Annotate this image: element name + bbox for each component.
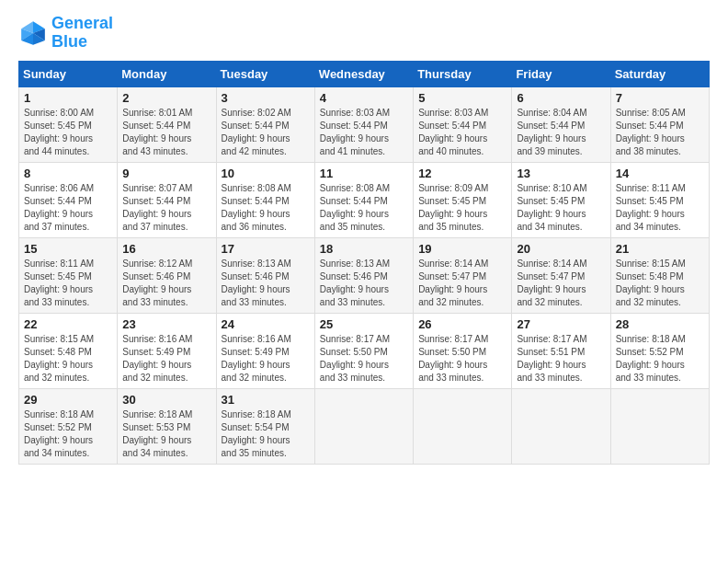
day-number: 15 — [24, 242, 112, 256]
cell-info: Sunrise: 8:06 AMSunset: 5:44 PMDaylight:… — [24, 182, 112, 234]
day-number: 31 — [222, 393, 310, 407]
day-cell: 1 Sunrise: 8:00 AMSunset: 5:45 PMDayligh… — [19, 86, 118, 162]
day-number: 29 — [24, 393, 112, 407]
cell-info: Sunrise: 8:18 AMSunset: 5:53 PMDaylight:… — [122, 408, 210, 460]
day-cell — [610, 388, 709, 464]
day-cell: 21 Sunrise: 8:15 AMSunset: 5:48 PMDaylig… — [610, 237, 709, 313]
cell-info: Sunrise: 8:09 AMSunset: 5:45 PMDaylight:… — [418, 182, 506, 234]
day-cell: 10 Sunrise: 8:08 AMSunset: 5:44 PMDaylig… — [216, 162, 314, 237]
week-row-2: 8 Sunrise: 8:06 AMSunset: 5:44 PMDayligh… — [19, 162, 710, 237]
cell-info: Sunrise: 8:12 AMSunset: 5:46 PMDaylight:… — [122, 258, 210, 309]
day-cell: 7 Sunrise: 8:05 AMSunset: 5:44 PMDayligh… — [610, 86, 709, 162]
cell-info: Sunrise: 8:03 AMSunset: 5:44 PMDaylight:… — [418, 107, 506, 158]
day-cell: 9 Sunrise: 8:07 AMSunset: 5:44 PMDayligh… — [118, 162, 216, 237]
day-number: 26 — [418, 317, 506, 331]
day-number: 24 — [222, 317, 310, 331]
week-row-5: 29 Sunrise: 8:18 AMSunset: 5:52 PMDaylig… — [19, 388, 710, 464]
cell-info: Sunrise: 8:05 AMSunset: 5:44 PMDaylight:… — [616, 107, 704, 158]
day-cell — [512, 388, 610, 464]
day-number: 8 — [24, 167, 112, 180]
logo-icon — [18, 18, 48, 48]
day-cell: 11 Sunrise: 8:08 AMSunset: 5:44 PMDaylig… — [314, 162, 413, 237]
day-cell: 22 Sunrise: 8:15 AMSunset: 5:48 PMDaylig… — [19, 313, 118, 388]
header-day-tuesday: Tuesday — [216, 61, 314, 86]
day-number: 10 — [222, 167, 310, 180]
day-number: 19 — [418, 242, 506, 256]
cell-info: Sunrise: 8:11 AMSunset: 5:45 PMDaylight:… — [24, 258, 112, 309]
cell-info: Sunrise: 8:15 AMSunset: 5:48 PMDaylight:… — [24, 333, 112, 385]
day-number: 12 — [418, 167, 506, 180]
cell-info: Sunrise: 8:17 AMSunset: 5:50 PMDaylight:… — [418, 333, 506, 385]
day-cell: 27 Sunrise: 8:17 AMSunset: 5:51 PMDaylig… — [512, 313, 610, 388]
cell-info: Sunrise: 8:17 AMSunset: 5:50 PMDaylight:… — [320, 333, 408, 385]
day-cell: 19 Sunrise: 8:14 AMSunset: 5:47 PMDaylig… — [414, 237, 512, 313]
cell-info: Sunrise: 8:08 AMSunset: 5:44 PMDaylight:… — [320, 182, 408, 234]
day-number: 21 — [616, 242, 704, 256]
day-number: 7 — [616, 91, 704, 105]
logo-text: General Blue — [51, 15, 113, 52]
logo: General Blue — [18, 15, 113, 52]
page: General Blue SundayMondayTuesdayWednesda… — [0, 0, 728, 563]
calendar-table: SundayMondayTuesdayWednesdayThursdayFrid… — [18, 61, 710, 465]
cell-info: Sunrise: 8:16 AMSunset: 5:49 PMDaylight:… — [222, 333, 310, 385]
cell-info: Sunrise: 8:18 AMSunset: 5:52 PMDaylight:… — [24, 408, 112, 460]
day-number: 6 — [517, 91, 605, 105]
header: General Blue — [18, 15, 710, 52]
day-number: 27 — [517, 317, 605, 331]
day-cell: 29 Sunrise: 8:18 AMSunset: 5:52 PMDaylig… — [19, 388, 118, 464]
day-cell: 8 Sunrise: 8:06 AMSunset: 5:44 PMDayligh… — [19, 162, 118, 237]
day-cell: 20 Sunrise: 8:14 AMSunset: 5:47 PMDaylig… — [512, 237, 610, 313]
day-cell: 26 Sunrise: 8:17 AMSunset: 5:50 PMDaylig… — [414, 313, 512, 388]
day-cell: 3 Sunrise: 8:02 AMSunset: 5:44 PMDayligh… — [216, 86, 314, 162]
day-cell: 16 Sunrise: 8:12 AMSunset: 5:46 PMDaylig… — [118, 237, 216, 313]
day-cell — [314, 388, 413, 464]
week-row-3: 15 Sunrise: 8:11 AMSunset: 5:45 PMDaylig… — [19, 237, 710, 313]
cell-info: Sunrise: 8:18 AMSunset: 5:54 PMDaylight:… — [222, 408, 310, 460]
cell-info: Sunrise: 8:10 AMSunset: 5:45 PMDaylight:… — [517, 182, 605, 234]
header-day-monday: Monday — [118, 61, 216, 86]
header-row: SundayMondayTuesdayWednesdayThursdayFrid… — [19, 61, 710, 86]
header-day-sunday: Sunday — [19, 61, 118, 86]
cell-info: Sunrise: 8:16 AMSunset: 5:49 PMDaylight:… — [122, 333, 210, 385]
header-day-saturday: Saturday — [610, 61, 709, 86]
day-cell: 5 Sunrise: 8:03 AMSunset: 5:44 PMDayligh… — [414, 86, 512, 162]
day-number: 14 — [616, 167, 704, 180]
header-day-wednesday: Wednesday — [314, 61, 413, 86]
day-cell: 6 Sunrise: 8:04 AMSunset: 5:44 PMDayligh… — [512, 86, 610, 162]
day-cell — [414, 388, 512, 464]
day-cell: 14 Sunrise: 8:11 AMSunset: 5:45 PMDaylig… — [610, 162, 709, 237]
day-number: 30 — [122, 393, 210, 407]
day-number: 13 — [517, 167, 605, 180]
week-row-4: 22 Sunrise: 8:15 AMSunset: 5:48 PMDaylig… — [19, 313, 710, 388]
cell-info: Sunrise: 8:00 AMSunset: 5:45 PMDaylight:… — [24, 107, 112, 158]
day-cell: 15 Sunrise: 8:11 AMSunset: 5:45 PMDaylig… — [19, 237, 118, 313]
day-number: 18 — [320, 242, 408, 256]
day-number: 17 — [222, 242, 310, 256]
week-row-1: 1 Sunrise: 8:00 AMSunset: 5:45 PMDayligh… — [19, 86, 710, 162]
cell-info: Sunrise: 8:18 AMSunset: 5:52 PMDaylight:… — [616, 333, 704, 385]
cell-info: Sunrise: 8:08 AMSunset: 5:44 PMDaylight:… — [222, 182, 310, 234]
cell-info: Sunrise: 8:14 AMSunset: 5:47 PMDaylight:… — [418, 258, 506, 309]
day-number: 2 — [122, 91, 210, 105]
cell-info: Sunrise: 8:13 AMSunset: 5:46 PMDaylight:… — [222, 258, 310, 309]
day-cell: 4 Sunrise: 8:03 AMSunset: 5:44 PMDayligh… — [314, 86, 413, 162]
cell-info: Sunrise: 8:07 AMSunset: 5:44 PMDaylight:… — [122, 182, 210, 234]
day-number: 9 — [122, 167, 210, 180]
cell-info: Sunrise: 8:17 AMSunset: 5:51 PMDaylight:… — [517, 333, 605, 385]
header-day-friday: Friday — [512, 61, 610, 86]
cell-info: Sunrise: 8:11 AMSunset: 5:45 PMDaylight:… — [616, 182, 704, 234]
day-number: 1 — [24, 91, 112, 105]
cell-info: Sunrise: 8:14 AMSunset: 5:47 PMDaylight:… — [517, 258, 605, 309]
day-cell: 24 Sunrise: 8:16 AMSunset: 5:49 PMDaylig… — [216, 313, 314, 388]
day-number: 22 — [24, 317, 112, 331]
day-cell: 12 Sunrise: 8:09 AMSunset: 5:45 PMDaylig… — [414, 162, 512, 237]
cell-info: Sunrise: 8:01 AMSunset: 5:44 PMDaylight:… — [122, 107, 210, 158]
day-number: 4 — [320, 91, 408, 105]
day-cell: 30 Sunrise: 8:18 AMSunset: 5:53 PMDaylig… — [118, 388, 216, 464]
day-number: 23 — [122, 317, 210, 331]
day-cell: 31 Sunrise: 8:18 AMSunset: 5:54 PMDaylig… — [216, 388, 314, 464]
day-cell: 18 Sunrise: 8:13 AMSunset: 5:46 PMDaylig… — [314, 237, 413, 313]
day-number: 20 — [517, 242, 605, 256]
day-cell: 13 Sunrise: 8:10 AMSunset: 5:45 PMDaylig… — [512, 162, 610, 237]
day-number: 25 — [320, 317, 408, 331]
